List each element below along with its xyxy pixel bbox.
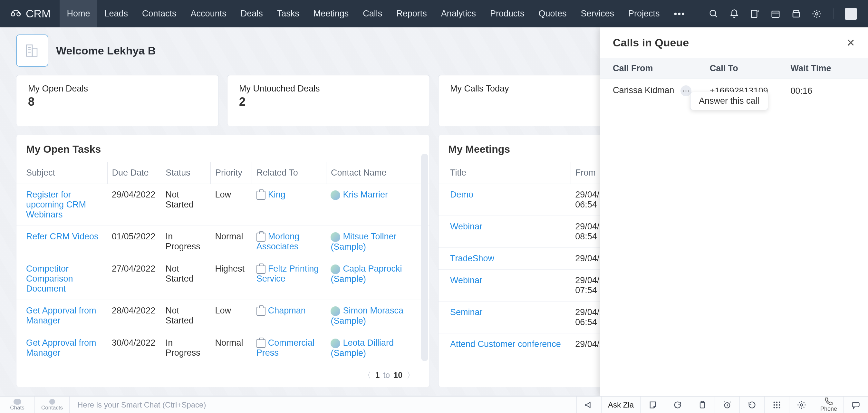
chat-bubble-icon[interactable] xyxy=(843,396,868,413)
queue-row-actions-button[interactable]: ⋯ xyxy=(680,85,691,96)
clipboard-icon[interactable] xyxy=(690,396,715,413)
meeting-title-link[interactable]: Seminar xyxy=(450,307,483,317)
stat-open-deals[interactable]: My Open Deals 8 xyxy=(16,75,219,126)
meeting-title-link[interactable]: Attend Customer conference xyxy=(450,339,561,349)
task-subject-link[interactable]: Competitor Comparison Document xyxy=(26,264,73,293)
close-icon[interactable]: ✕ xyxy=(846,37,855,49)
task-contact: Capla Paprocki (Sample) xyxy=(326,258,417,299)
task-due: 29/04/2022 xyxy=(107,184,161,226)
alarm-icon[interactable] xyxy=(715,396,739,413)
svg-point-28 xyxy=(801,404,803,406)
task-status: Not Started xyxy=(161,184,211,226)
th-status[interactable]: Status xyxy=(161,162,211,184)
contacts-icon xyxy=(49,399,55,405)
stat-title: My Untouched Deals xyxy=(239,84,418,94)
table-row[interactable]: Refer CRM Videos01/05/2022In ProgressNor… xyxy=(17,226,430,258)
svg-rect-4 xyxy=(751,10,757,18)
scrollbar[interactable] xyxy=(421,154,428,361)
nav-item-deals[interactable]: Deals xyxy=(234,0,270,27)
sticky-note-icon[interactable] xyxy=(641,396,665,413)
table-row[interactable]: Register for upcoming CRM Webinars29/04/… xyxy=(17,184,430,226)
meeting-title-link[interactable]: Webinar xyxy=(450,276,482,285)
th-due[interactable]: Due Date xyxy=(107,162,161,184)
contact-link[interactable]: Leota Dilliard (Sample) xyxy=(331,338,394,358)
answer-call-tooltip[interactable]: Answer this call xyxy=(690,92,768,110)
bell-icon[interactable] xyxy=(728,8,740,20)
nav-item-contacts[interactable]: Contacts xyxy=(135,0,184,27)
nav-overflow-button[interactable]: ••• xyxy=(667,0,692,27)
th-contact[interactable]: Contact Name xyxy=(326,162,417,184)
task-subject-link[interactable]: Refer CRM Videos xyxy=(26,232,99,241)
table-row[interactable]: Competitor Comparison Document27/04/2022… xyxy=(17,258,430,299)
dock-left: Chats Contacts xyxy=(0,396,70,413)
apps-grid-icon[interactable] xyxy=(765,396,789,413)
task-related: Morlong Associates xyxy=(252,226,327,258)
pager-prev-icon[interactable]: 〈 xyxy=(361,371,373,380)
marketplace-icon[interactable] xyxy=(790,8,802,20)
svg-point-23 xyxy=(776,404,778,406)
nav-item-meetings[interactable]: Meetings xyxy=(306,0,356,27)
contact-link[interactable]: Capla Paprocki (Sample) xyxy=(331,264,402,284)
task-subject-link[interactable]: Get Apporval from Manager xyxy=(26,306,96,325)
avatar xyxy=(331,306,340,316)
task-contact: Simon Morasca (Sample) xyxy=(326,299,417,332)
task-contact: Mitsue Tollner (Sample) xyxy=(326,226,417,258)
meeting-title-link[interactable]: Demo xyxy=(450,190,473,199)
svg-point-10 xyxy=(815,12,818,15)
calendar-icon[interactable] xyxy=(770,8,781,20)
svg-point-27 xyxy=(779,407,780,408)
task-contact: Kris Marrier xyxy=(326,184,417,226)
related-link[interactable]: Chapman xyxy=(268,306,306,315)
meeting-title-link[interactable]: TradeShow xyxy=(450,254,494,263)
queue-wait: 00:16 xyxy=(790,86,855,96)
announce-icon[interactable] xyxy=(577,396,601,413)
related-link[interactable]: Feltz Printing Service xyxy=(256,264,319,284)
nav-item-services[interactable]: Services xyxy=(574,0,622,27)
th-meet-title[interactable]: Title xyxy=(438,162,570,184)
nav-item-accounts[interactable]: Accounts xyxy=(184,0,234,27)
contact-link[interactable]: Mitsue Tollner (Sample) xyxy=(331,232,396,252)
history-icon[interactable] xyxy=(740,396,764,413)
ask-zia-button[interactable]: Ask Zia xyxy=(601,401,640,409)
nav-item-products[interactable]: Products xyxy=(483,0,532,27)
phone-icon xyxy=(825,397,833,406)
task-subject-link[interactable]: Register for upcoming CRM Webinars xyxy=(26,190,86,219)
pager-next-icon[interactable]: 〉 xyxy=(405,371,416,380)
ellipsis-icon: ••• xyxy=(674,9,685,19)
task-related: Commercial Press xyxy=(252,332,327,364)
table-row[interactable]: Get Approval from Manager30/04/2022In Pr… xyxy=(17,332,430,364)
dock-tab-contacts[interactable]: Contacts xyxy=(35,396,70,413)
nav-item-tasks[interactable]: Tasks xyxy=(270,0,306,27)
dock-tab-chats[interactable]: Chats xyxy=(0,396,35,413)
dock-gear-icon[interactable] xyxy=(789,396,814,413)
th-priority[interactable]: Priority xyxy=(211,162,252,184)
contact-link[interactable]: Kris Marrier xyxy=(343,190,388,199)
nav-item-reports[interactable]: Reports xyxy=(389,0,434,27)
profile-avatar[interactable] xyxy=(845,8,857,20)
svg-point-20 xyxy=(776,402,778,403)
stat-untouched-deals[interactable]: My Untouched Deals 2 xyxy=(227,75,430,126)
search-icon[interactable] xyxy=(708,8,719,20)
divider xyxy=(834,8,834,19)
nav-item-analytics[interactable]: Analytics xyxy=(434,0,483,27)
smart-chat-input[interactable]: Here is your Smart Chat (Ctrl+Space) xyxy=(70,396,577,413)
brand[interactable]: CRM xyxy=(0,6,60,22)
meeting-title-link[interactable]: Webinar xyxy=(450,222,482,231)
th-related[interactable]: Related To xyxy=(252,162,327,184)
nav-item-quotes[interactable]: Quotes xyxy=(531,0,574,27)
nav-item-calls[interactable]: Calls xyxy=(356,0,389,27)
task-priority: Normal xyxy=(211,226,252,258)
gear-icon[interactable] xyxy=(811,8,823,20)
contact-link[interactable]: Simon Morasca (Sample) xyxy=(331,306,403,326)
th-subject[interactable]: Subject xyxy=(17,162,107,184)
add-icon[interactable] xyxy=(749,8,761,20)
related-link[interactable]: King xyxy=(268,190,285,199)
phone-button[interactable]: Phone xyxy=(814,397,843,412)
nav-item-projects[interactable]: Projects xyxy=(621,0,667,27)
nav-item-home[interactable]: Home xyxy=(60,0,97,27)
task-subject-link[interactable]: Get Approval from Manager xyxy=(26,338,96,358)
task-contact: Leota Dilliard (Sample) xyxy=(326,332,417,364)
nav-item-leads[interactable]: Leads xyxy=(97,0,135,27)
refresh-icon[interactable] xyxy=(665,396,690,413)
table-row[interactable]: Get Apporval from Manager28/04/2022Not S… xyxy=(17,299,430,332)
